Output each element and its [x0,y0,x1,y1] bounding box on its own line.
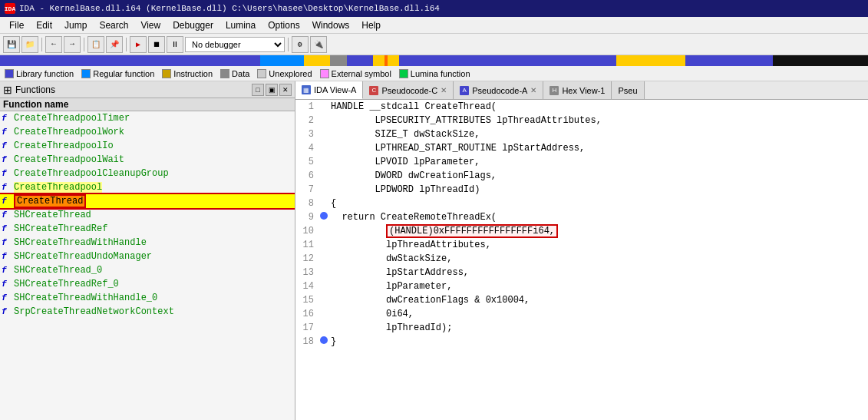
function-list[interactable]: fCreateThreadpoolTimerfCreateThreadpoolW… [0,111,295,420]
function-list-item[interactable]: fCreateThreadpoolTimer [0,111,295,125]
menu-view[interactable]: View [134,18,167,32]
legend-external-box [320,69,329,78]
function-list-item[interactable]: fCreateThreadpoolCleanupGroup [0,167,295,180]
toolbar-paste[interactable]: 📌 [106,36,123,53]
legend-library: Library function [5,69,74,78]
line-content: LPTHREAD_START_ROUTINE lpStartAddress, [331,143,868,154]
function-icon: f [2,266,12,275]
function-name: SHCreateThread_0 [14,265,102,276]
line-content: return CreateRemoteThreadEx( [331,212,868,223]
line-content: LPDWORD lpThreadId) [331,184,868,195]
panel-close-btn[interactable]: ✕ [279,84,292,96]
tab-pc-close[interactable]: ✕ [441,86,447,94]
function-icon: f [2,197,12,206]
toolbar-open[interactable]: 📁 [21,36,38,53]
menu-debugger[interactable]: Debugger [167,18,219,32]
code-line: 9 return CreateRemoteThreadEx( [295,210,868,224]
menu-search[interactable]: Search [93,18,134,32]
function-list-item[interactable]: fCreateThreadpoolWait [0,153,295,167]
code-line: 4 LPTHREAD_START_ROUTINE lpStartAddress, [295,141,868,155]
tab-pseudocode-c[interactable]: C Pseudocode-C ✕ [363,81,454,99]
panel-title-area: ⊞ Functions [3,84,55,96]
function-list-item[interactable]: fSrpCreateThreadNetworkContext [0,305,295,319]
function-name-column-header: Function name [0,98,295,111]
title-bar: IDA IDA - KernelBase.dll.i64 (KernelBase… [0,0,868,17]
tab-pa-close[interactable]: ✕ [530,86,536,94]
function-name: SHCreateThreadWithHandle [14,237,147,248]
function-list-item[interactable]: fSHCreateThread [0,208,295,222]
toolbar-pause[interactable]: ⏸ [167,36,183,53]
menu-edit[interactable]: Edit [30,18,58,32]
code-view[interactable]: 1HANDLE __stdcall CreateThread(2 LPSECUR… [295,100,868,420]
function-list-item[interactable]: fSHCreateThreadRef_0 [0,277,295,291]
main-area: ⊞ Functions □ ▣ ✕ Function name fCreateT… [0,81,868,420]
toolbar-new[interactable]: 💾 [3,36,20,53]
toolbar-settings[interactable]: ⚙ [292,36,309,53]
code-panel: ▦ IDA View-A C Pseudocode-C ✕ A Pseudoco… [295,81,868,420]
menu-lumina[interactable]: Lumina [219,18,262,32]
function-icon: f [2,127,12,137]
code-line: 10 (HANDLE)0xFFFFFFFFFFFFFFFFi64, [295,224,868,238]
tab-pc-icon: C [369,86,378,95]
line-content: (HANDLE)0xFFFFFFFFFFFFFFFFi64, [331,226,868,236]
tab-pa-icon: A [460,86,469,95]
toolbar-fwd[interactable]: → [64,36,81,53]
function-icon: f [2,141,12,150]
tab-pseu-label: Pseu [618,86,637,95]
panel-restore-btn[interactable]: □ [252,84,264,96]
line-number: 14 [295,281,320,292]
function-name: SHCreateThreadRef [14,223,107,234]
function-icon: f [2,252,12,261]
legend-lumina-label: Lumina function [411,69,470,78]
function-icon: f [2,210,12,220]
tab-ida-view-a[interactable]: ▦ IDA View-A [295,81,363,99]
menu-windows[interactable]: Windows [306,18,356,32]
line-content: dwStackSize, [331,253,868,264]
panel-maximize-btn[interactable]: ▣ [266,84,278,96]
function-list-item[interactable]: fCreateThreadpool [0,180,295,194]
function-list-item[interactable]: fCreateThread [0,194,295,208]
toolbar-back[interactable]: ← [45,36,62,53]
debugger-select[interactable]: No debugger [185,37,285,52]
nav-seg-9 [685,55,772,66]
toolbar-sep-1 [41,38,42,51]
tab-hv-label: Hex View-1 [562,86,605,95]
legend-unexplored-box [257,69,266,78]
code-line: 18} [295,335,868,349]
tab-hv-icon: H [550,86,559,95]
function-icon: f [2,155,12,164]
function-icon: f [2,224,12,233]
menu-help[interactable]: Help [355,18,387,32]
tab-hex-view[interactable]: H Hex View-1 [543,81,612,99]
function-list-item[interactable]: fCreateThreadpoolWork [0,125,295,139]
legend-data-label: Data [232,69,249,78]
function-icon: f [2,307,12,316]
function-icon: f [2,238,12,247]
line-number: 1 [295,101,320,112]
tab-pseudocode-a[interactable]: A Pseudocode-A ✕ [454,81,543,99]
function-list-item[interactable]: fSHCreateThreadWithHandle [0,236,295,250]
menu-options[interactable]: Options [262,18,305,32]
panel-header-buttons: □ ▣ ✕ [252,84,292,96]
function-list-item[interactable]: fSHCreateThreadUndoManager [0,250,295,263]
toolbar-copy[interactable]: 📋 [87,36,104,53]
menu-jump[interactable]: Jump [58,18,93,32]
line-number: 8 [295,198,320,209]
legend-instruction-box [162,69,171,78]
function-list-item[interactable]: fSHCreateThread_0 [0,263,295,277]
line-dot [320,336,331,347]
toolbar-plugin[interactable]: 🔌 [310,36,327,53]
toolbar-stop[interactable]: ⏹ [148,36,165,53]
legend-instruction: Instruction [162,69,213,78]
function-list-item[interactable]: fSHCreateThreadWithHandle_0 [0,291,295,305]
highlighted-code: (HANDLE)0xFFFFFFFFFFFFFFFFi64, [386,224,558,238]
menu-file[interactable]: File [3,18,30,32]
toolbar-run[interactable]: ▶ [130,36,147,53]
navigation-bar[interactable] [0,55,868,66]
function-list-item[interactable]: fCreateThreadpoolIo [0,139,295,153]
function-list-item[interactable]: fSHCreateThreadRef [0,222,295,236]
code-line: 11 lpThreadAttributes, [295,238,868,252]
function-name: SHCreateThreadRef_0 [14,279,119,289]
tab-pseu[interactable]: Pseu [612,81,644,99]
function-name: CreateThreadpoolCleanupGroup [14,168,169,179]
